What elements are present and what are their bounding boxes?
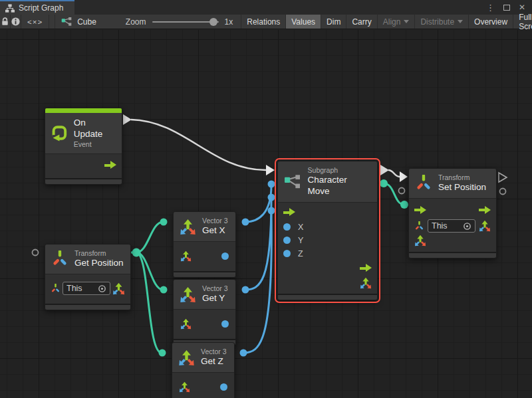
close-icon[interactable]: ✕ (519, 3, 525, 11)
transform-input-port[interactable] (51, 284, 61, 294)
teal-port-dot (160, 219, 168, 226)
lock-icon (0, 17, 10, 27)
flow-source-arrowhead (380, 165, 389, 175)
node-header: Transform Get Position (45, 245, 130, 274)
node-kicker: Transform (74, 249, 124, 258)
float-output-port[interactable] (221, 320, 229, 328)
node-footer (174, 271, 235, 277)
teal-port-dot (400, 201, 408, 209)
info-button[interactable] (11, 15, 21, 29)
chevron-down-icon (458, 20, 463, 23)
port-label: Y (298, 236, 303, 245)
teal-port-dot (160, 286, 168, 294)
zoom-slider-handle[interactable] (209, 18, 217, 26)
target-name: Cube (77, 17, 96, 27)
toolbar-buttons: Relations Values Dim Carry Align Distrib… (241, 15, 532, 29)
toolbar-button-dim[interactable]: Dim (321, 15, 346, 29)
node-body (45, 153, 122, 177)
code-icon: <×> (27, 18, 43, 26)
toolbar-button-overview[interactable]: Overview (468, 15, 513, 29)
node-footer (278, 294, 377, 300)
lock-button[interactable] (0, 15, 11, 29)
flow-output-port[interactable] (104, 161, 116, 169)
vector3-axes-icon (178, 349, 195, 366)
flow-dest-arrowhead (266, 165, 275, 175)
port-label: X (298, 223, 303, 232)
zoom-control: Zoom 1x (120, 15, 241, 29)
zoom-label: Zoom (126, 17, 146, 27)
maximize-icon[interactable] (503, 5, 510, 11)
node-kicker: Vector 3 (202, 217, 228, 225)
toolbar-button-distribute[interactable]: Distribute (414, 15, 468, 29)
this-input[interactable] (66, 284, 96, 293)
node-body (174, 309, 235, 338)
blue-port-dot (242, 219, 249, 226)
flow-output-port[interactable] (479, 206, 491, 215)
flow-source-arrowhead (123, 114, 132, 125)
target-picker-icon[interactable] (463, 222, 471, 231)
node-get-z[interactable]: Vector 3 Get Z (172, 342, 235, 398)
value-input-port-z[interactable] (283, 250, 291, 257)
graph-icon (61, 17, 72, 26)
float-output-port[interactable] (220, 383, 227, 391)
float-output-port[interactable] (221, 252, 229, 260)
vector3-input-port[interactable] (180, 318, 192, 330)
node-header: Vector 3 Get Y (174, 280, 235, 309)
node-get-x[interactable]: Vector 3 Get X (173, 211, 236, 278)
toolbar-button-relations[interactable]: Relations (241, 15, 285, 29)
vector3-input-port[interactable] (414, 235, 426, 247)
toolbar-button-fullscreen[interactable]: Full Screen (513, 15, 532, 29)
graph-canvas[interactable]: On Update Event Transform (0, 30, 532, 398)
menu-kebab-icon[interactable]: ⋮ (486, 3, 495, 12)
wire-getposition-outputs (131, 222, 163, 353)
flow-input-port[interactable] (414, 206, 426, 215)
wire-charactermove-to-setposition-value (384, 183, 404, 205)
event-accent-bar (45, 108, 122, 113)
this-field[interactable] (63, 282, 110, 295)
this-input[interactable] (432, 221, 461, 231)
node-character-move[interactable]: Subgraph Character Move X Y (277, 161, 378, 300)
unconnected-flow-port (499, 173, 507, 182)
toolbar-button-values[interactable]: Values (285, 15, 321, 29)
toolbar-button-carry[interactable]: Carry (346, 15, 376, 29)
node-kicker: Vector 3 (201, 348, 227, 356)
node-body (172, 372, 234, 398)
loop-icon (51, 124, 68, 142)
vector3-output-port[interactable] (112, 282, 125, 295)
subgraph-icon (284, 175, 302, 189)
wire-charactermove-to-setposition (388, 170, 400, 177)
node-set-position[interactable]: Transform Set Position (408, 168, 497, 258)
node-header: On Update Event (45, 113, 122, 153)
node-kicker: Vector 3 (202, 284, 228, 293)
teal-port-dot (380, 179, 388, 187)
node-get-position[interactable]: Transform Get Position (45, 244, 131, 310)
script-graph-icon (5, 4, 15, 13)
vector3-output-port[interactable] (479, 220, 491, 232)
transform-input-port[interactable] (414, 221, 424, 231)
flow-input-port[interactable] (283, 208, 295, 217)
node-footer (409, 252, 496, 258)
vector3-input-port[interactable] (179, 381, 190, 393)
target-picker-icon[interactable] (98, 284, 106, 293)
blue-port-dot (268, 181, 275, 188)
value-input-port-y[interactable] (283, 237, 291, 244)
toolbar-button-align[interactable]: Align (377, 15, 415, 29)
graph-target[interactable]: Cube (55, 15, 102, 29)
info-icon (11, 17, 21, 27)
node-get-y[interactable]: Vector 3 Get Y (173, 279, 236, 346)
value-input-port-x[interactable] (283, 223, 291, 231)
chevron-down-icon (404, 20, 409, 23)
edit-graph-button[interactable]: <×> (21, 15, 49, 29)
this-field[interactable] (428, 219, 475, 233)
node-title: Set Position (438, 182, 486, 193)
node-on-update[interactable]: On Update Event (45, 108, 122, 185)
node-body (174, 241, 235, 270)
vector3-axes-icon (180, 219, 196, 235)
node-title: Get Z (201, 356, 227, 367)
tab-title: Script Graph (19, 3, 63, 13)
zoom-slider[interactable] (152, 21, 219, 23)
flow-output-port[interactable] (360, 264, 372, 272)
vector3-input-port[interactable] (180, 250, 192, 262)
tab-script-graph[interactable]: Script Graph (0, 0, 74, 15)
vector3-output-port[interactable] (360, 277, 372, 289)
